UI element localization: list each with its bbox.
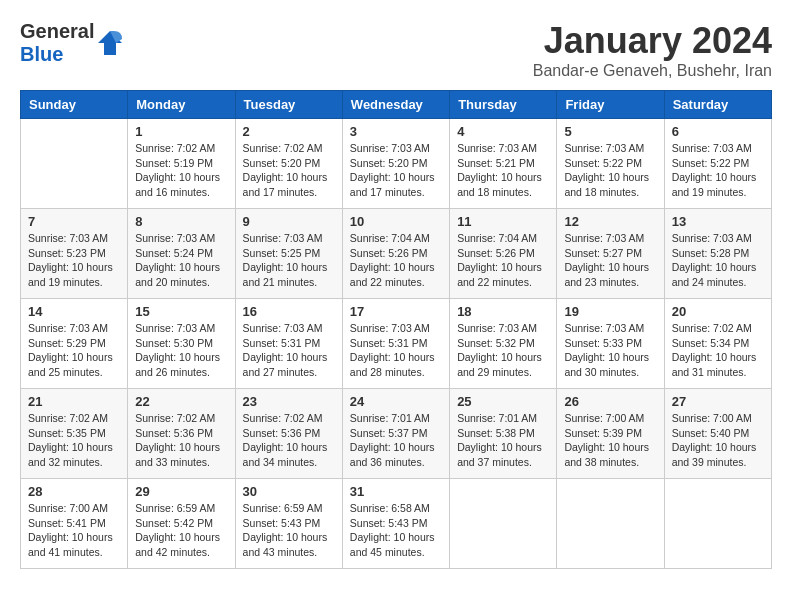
day-info: Sunrise: 7:03 AMSunset: 5:31 PMDaylight:… xyxy=(350,321,442,380)
day-info: Sunrise: 7:03 AMSunset: 5:32 PMDaylight:… xyxy=(457,321,549,380)
day-info: Sunrise: 7:00 AMSunset: 5:39 PMDaylight:… xyxy=(564,411,656,470)
calendar-cell: 27Sunrise: 7:00 AMSunset: 5:40 PMDayligh… xyxy=(664,389,771,479)
calendar-cell: 1Sunrise: 7:02 AMSunset: 5:19 PMDaylight… xyxy=(128,119,235,209)
calendar-cell: 8Sunrise: 7:03 AMSunset: 5:24 PMDaylight… xyxy=(128,209,235,299)
calendar-cell: 18Sunrise: 7:03 AMSunset: 5:32 PMDayligh… xyxy=(450,299,557,389)
day-info: Sunrise: 7:03 AMSunset: 5:33 PMDaylight:… xyxy=(564,321,656,380)
calendar-table: SundayMondayTuesdayWednesdayThursdayFrid… xyxy=(20,90,772,569)
day-info: Sunrise: 7:00 AMSunset: 5:40 PMDaylight:… xyxy=(672,411,764,470)
calendar-cell xyxy=(450,479,557,569)
day-number: 23 xyxy=(243,394,335,409)
calendar-week-row: 14Sunrise: 7:03 AMSunset: 5:29 PMDayligh… xyxy=(21,299,772,389)
day-info: Sunrise: 6:59 AMSunset: 5:42 PMDaylight:… xyxy=(135,501,227,560)
day-info: Sunrise: 7:04 AMSunset: 5:26 PMDaylight:… xyxy=(350,231,442,290)
calendar-cell: 22Sunrise: 7:02 AMSunset: 5:36 PMDayligh… xyxy=(128,389,235,479)
calendar-header-row: SundayMondayTuesdayWednesdayThursdayFrid… xyxy=(21,91,772,119)
day-info: Sunrise: 6:58 AMSunset: 5:43 PMDaylight:… xyxy=(350,501,442,560)
day-number: 19 xyxy=(564,304,656,319)
calendar-cell: 7Sunrise: 7:03 AMSunset: 5:23 PMDaylight… xyxy=(21,209,128,299)
calendar-cell: 29Sunrise: 6:59 AMSunset: 5:42 PMDayligh… xyxy=(128,479,235,569)
logo: General Blue xyxy=(20,20,124,66)
calendar-cell: 14Sunrise: 7:03 AMSunset: 5:29 PMDayligh… xyxy=(21,299,128,389)
day-number: 17 xyxy=(350,304,442,319)
day-number: 21 xyxy=(28,394,120,409)
calendar-cell: 9Sunrise: 7:03 AMSunset: 5:25 PMDaylight… xyxy=(235,209,342,299)
calendar-cell: 31Sunrise: 6:58 AMSunset: 5:43 PMDayligh… xyxy=(342,479,449,569)
day-number: 7 xyxy=(28,214,120,229)
day-info: Sunrise: 7:00 AMSunset: 5:41 PMDaylight:… xyxy=(28,501,120,560)
calendar-cell: 6Sunrise: 7:03 AMSunset: 5:22 PMDaylight… xyxy=(664,119,771,209)
day-number: 8 xyxy=(135,214,227,229)
day-number: 24 xyxy=(350,394,442,409)
calendar-cell: 28Sunrise: 7:00 AMSunset: 5:41 PMDayligh… xyxy=(21,479,128,569)
calendar-cell: 5Sunrise: 7:03 AMSunset: 5:22 PMDaylight… xyxy=(557,119,664,209)
day-number: 9 xyxy=(243,214,335,229)
day-number: 28 xyxy=(28,484,120,499)
day-info: Sunrise: 7:03 AMSunset: 5:23 PMDaylight:… xyxy=(28,231,120,290)
day-info: Sunrise: 7:03 AMSunset: 5:30 PMDaylight:… xyxy=(135,321,227,380)
day-number: 22 xyxy=(135,394,227,409)
calendar-cell xyxy=(664,479,771,569)
calendar-cell: 4Sunrise: 7:03 AMSunset: 5:21 PMDaylight… xyxy=(450,119,557,209)
day-number: 25 xyxy=(457,394,549,409)
day-number: 20 xyxy=(672,304,764,319)
day-info: Sunrise: 6:59 AMSunset: 5:43 PMDaylight:… xyxy=(243,501,335,560)
weekday-header-wednesday: Wednesday xyxy=(342,91,449,119)
day-number: 15 xyxy=(135,304,227,319)
day-info: Sunrise: 7:02 AMSunset: 5:36 PMDaylight:… xyxy=(243,411,335,470)
day-info: Sunrise: 7:01 AMSunset: 5:38 PMDaylight:… xyxy=(457,411,549,470)
day-number: 10 xyxy=(350,214,442,229)
logo-text: General Blue xyxy=(20,20,94,66)
day-number: 30 xyxy=(243,484,335,499)
month-title: January 2024 xyxy=(533,20,772,62)
weekday-header-saturday: Saturday xyxy=(664,91,771,119)
day-info: Sunrise: 7:03 AMSunset: 5:28 PMDaylight:… xyxy=(672,231,764,290)
logo-blue: Blue xyxy=(20,43,63,65)
day-number: 5 xyxy=(564,124,656,139)
day-number: 14 xyxy=(28,304,120,319)
day-info: Sunrise: 7:03 AMSunset: 5:29 PMDaylight:… xyxy=(28,321,120,380)
logo-icon xyxy=(96,29,124,57)
weekday-header-monday: Monday xyxy=(128,91,235,119)
day-info: Sunrise: 7:01 AMSunset: 5:37 PMDaylight:… xyxy=(350,411,442,470)
calendar-cell: 19Sunrise: 7:03 AMSunset: 5:33 PMDayligh… xyxy=(557,299,664,389)
weekday-header-thursday: Thursday xyxy=(450,91,557,119)
weekday-header-friday: Friday xyxy=(557,91,664,119)
day-info: Sunrise: 7:03 AMSunset: 5:20 PMDaylight:… xyxy=(350,141,442,200)
day-number: 3 xyxy=(350,124,442,139)
calendar-cell: 15Sunrise: 7:03 AMSunset: 5:30 PMDayligh… xyxy=(128,299,235,389)
calendar-cell: 24Sunrise: 7:01 AMSunset: 5:37 PMDayligh… xyxy=(342,389,449,479)
calendar-cell: 17Sunrise: 7:03 AMSunset: 5:31 PMDayligh… xyxy=(342,299,449,389)
day-number: 29 xyxy=(135,484,227,499)
day-number: 4 xyxy=(457,124,549,139)
calendar-cell: 10Sunrise: 7:04 AMSunset: 5:26 PMDayligh… xyxy=(342,209,449,299)
calendar-cell: 21Sunrise: 7:02 AMSunset: 5:35 PMDayligh… xyxy=(21,389,128,479)
day-number: 11 xyxy=(457,214,549,229)
day-number: 26 xyxy=(564,394,656,409)
page-header: General Blue January 2024 Bandar-e Genav… xyxy=(20,20,772,80)
calendar-week-row: 1Sunrise: 7:02 AMSunset: 5:19 PMDaylight… xyxy=(21,119,772,209)
calendar-cell: 3Sunrise: 7:03 AMSunset: 5:20 PMDaylight… xyxy=(342,119,449,209)
day-info: Sunrise: 7:02 AMSunset: 5:19 PMDaylight:… xyxy=(135,141,227,200)
title-section: January 2024 Bandar-e Genaveh, Bushehr, … xyxy=(533,20,772,80)
calendar-cell: 2Sunrise: 7:02 AMSunset: 5:20 PMDaylight… xyxy=(235,119,342,209)
calendar-cell: 20Sunrise: 7:02 AMSunset: 5:34 PMDayligh… xyxy=(664,299,771,389)
day-info: Sunrise: 7:02 AMSunset: 5:35 PMDaylight:… xyxy=(28,411,120,470)
day-number: 12 xyxy=(564,214,656,229)
day-info: Sunrise: 7:04 AMSunset: 5:26 PMDaylight:… xyxy=(457,231,549,290)
calendar-cell: 13Sunrise: 7:03 AMSunset: 5:28 PMDayligh… xyxy=(664,209,771,299)
calendar-cell: 23Sunrise: 7:02 AMSunset: 5:36 PMDayligh… xyxy=(235,389,342,479)
day-info: Sunrise: 7:02 AMSunset: 5:34 PMDaylight:… xyxy=(672,321,764,380)
day-info: Sunrise: 7:03 AMSunset: 5:25 PMDaylight:… xyxy=(243,231,335,290)
calendar-cell: 26Sunrise: 7:00 AMSunset: 5:39 PMDayligh… xyxy=(557,389,664,479)
calendar-cell: 25Sunrise: 7:01 AMSunset: 5:38 PMDayligh… xyxy=(450,389,557,479)
day-number: 16 xyxy=(243,304,335,319)
calendar-week-row: 7Sunrise: 7:03 AMSunset: 5:23 PMDaylight… xyxy=(21,209,772,299)
day-info: Sunrise: 7:02 AMSunset: 5:36 PMDaylight:… xyxy=(135,411,227,470)
day-number: 27 xyxy=(672,394,764,409)
day-info: Sunrise: 7:03 AMSunset: 5:27 PMDaylight:… xyxy=(564,231,656,290)
calendar-cell: 12Sunrise: 7:03 AMSunset: 5:27 PMDayligh… xyxy=(557,209,664,299)
calendar-cell: 16Sunrise: 7:03 AMSunset: 5:31 PMDayligh… xyxy=(235,299,342,389)
weekday-header-tuesday: Tuesday xyxy=(235,91,342,119)
day-number: 1 xyxy=(135,124,227,139)
